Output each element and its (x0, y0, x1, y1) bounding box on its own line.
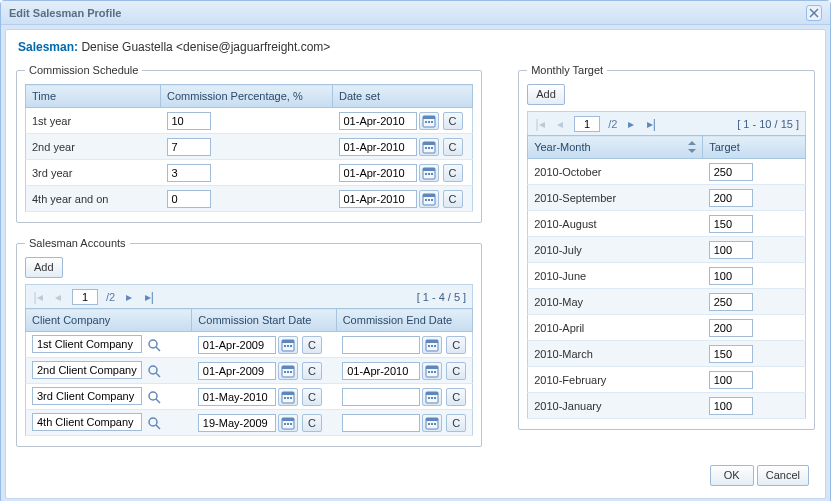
commission-pct-input[interactable] (167, 190, 211, 208)
commission-date-2-clear-button[interactable]: C (443, 164, 463, 182)
target-ym: 2010-June (528, 263, 703, 289)
account-start-3-clear-button[interactable]: C (302, 414, 322, 432)
account-start-3-calendar-icon[interactable] (278, 414, 298, 432)
account-start-2-calendar-icon[interactable] (278, 388, 298, 406)
sort-icon[interactable] (688, 141, 696, 153)
col-end[interactable]: Commission End Date (336, 309, 473, 332)
account-lookup-icon[interactable] (145, 388, 163, 406)
account-start-2-input[interactable] (198, 388, 276, 406)
account-end-1-input[interactable] (342, 362, 420, 380)
commission-date-3-clear-button[interactable]: C (443, 190, 463, 208)
commission-time: 4th year and on (26, 186, 161, 212)
commission-date-3-calendar-icon[interactable] (419, 190, 439, 208)
account-company-input[interactable] (32, 361, 142, 379)
accounts-range: [ 1 - 4 / 5 ] (417, 291, 467, 303)
commission-row: 3rd year C (26, 160, 473, 186)
target-value-input[interactable] (709, 293, 753, 311)
account-end-2-input[interactable] (342, 388, 420, 406)
commission-date-2-input[interactable] (339, 164, 417, 182)
cancel-button[interactable]: Cancel (757, 465, 809, 486)
target-value-input[interactable] (709, 267, 753, 285)
col-pct[interactable]: Commission Percentage, % (161, 85, 333, 108)
target-value-input[interactable] (709, 319, 753, 337)
account-lookup-icon[interactable] (145, 414, 163, 432)
account-start-0-calendar-icon[interactable] (278, 336, 298, 354)
target-ym: 2010-May (528, 289, 703, 315)
targets-page-of: /2 (608, 118, 617, 130)
account-lookup-icon[interactable] (145, 336, 163, 354)
commission-date-0-calendar-icon[interactable] (419, 112, 439, 130)
account-company-input[interactable] (32, 387, 142, 405)
account-company-input[interactable] (32, 335, 142, 353)
target-value-input[interactable] (709, 241, 753, 259)
dialog-window: Edit Salesman Profile Salesman: Denise G… (0, 0, 831, 501)
account-start-1-input[interactable] (198, 362, 276, 380)
targets-next-page[interactable]: ▸ (625, 117, 637, 131)
target-value-input[interactable] (709, 163, 753, 181)
account-start-0-input[interactable] (198, 336, 276, 354)
account-row: C C (26, 410, 473, 436)
accounts-next-page[interactable]: ▸ (123, 290, 135, 304)
targets-add-button[interactable]: Add (527, 84, 565, 105)
account-start-0-clear-button[interactable]: C (302, 336, 322, 354)
target-value-input[interactable] (709, 345, 753, 363)
col-company[interactable]: Client Company (26, 309, 192, 332)
accounts-first-page[interactable]: |◂ (32, 290, 44, 304)
target-ym: 2010-July (528, 237, 703, 263)
window-title: Edit Salesman Profile (9, 7, 121, 19)
ok-button[interactable]: OK (710, 465, 754, 486)
col-start[interactable]: Commission Start Date (192, 309, 336, 332)
account-end-0-clear-button[interactable]: C (446, 336, 466, 354)
account-end-3-input[interactable] (342, 414, 420, 432)
commission-pct-input[interactable] (167, 112, 211, 130)
account-end-0-input[interactable] (342, 336, 420, 354)
commission-date-2-calendar-icon[interactable] (419, 164, 439, 182)
target-row: 2010-October (528, 159, 806, 185)
commission-date-3-input[interactable] (339, 190, 417, 208)
commission-pct-input[interactable] (167, 164, 211, 182)
commission-schedule-legend: Commission Schedule (25, 64, 142, 76)
account-company-input[interactable] (32, 413, 142, 431)
account-end-3-calendar-icon[interactable] (422, 414, 442, 432)
targets-pager: |◂ ◂ /2 ▸ ▸| [ 1 - 10 / 15 ] (527, 111, 806, 135)
col-date[interactable]: Date set (333, 85, 473, 108)
col-ym[interactable]: Year-Month (528, 136, 703, 159)
target-value-input[interactable] (709, 189, 753, 207)
col-target[interactable]: Target (703, 136, 806, 159)
commission-date-1-clear-button[interactable]: C (443, 138, 463, 156)
target-value-input[interactable] (709, 371, 753, 389)
accounts-last-page[interactable]: ▸| (143, 290, 155, 304)
targets-prev-page[interactable]: ◂ (554, 117, 566, 131)
accounts-prev-page[interactable]: ◂ (52, 290, 64, 304)
commission-date-1-input[interactable] (339, 138, 417, 156)
targets-first-page[interactable]: |◂ (534, 117, 546, 131)
account-start-1-calendar-icon[interactable] (278, 362, 298, 380)
accounts-pager: |◂ ◂ /2 ▸ ▸| [ 1 - 4 / 5 ] (25, 284, 473, 308)
accounts-page-input[interactable] (72, 289, 98, 305)
targets-last-page[interactable]: ▸| (645, 117, 657, 131)
account-end-0-calendar-icon[interactable] (422, 336, 442, 354)
account-start-3-input[interactable] (198, 414, 276, 432)
targets-page-input[interactable] (574, 116, 600, 132)
col-time[interactable]: Time (26, 85, 161, 108)
commission-date-0-clear-button[interactable]: C (443, 112, 463, 130)
account-end-1-calendar-icon[interactable] (422, 362, 442, 380)
commission-date-1-calendar-icon[interactable] (419, 138, 439, 156)
commission-time: 2nd year (26, 134, 161, 160)
commission-date-0-input[interactable] (339, 112, 417, 130)
account-end-2-calendar-icon[interactable] (422, 388, 442, 406)
target-value-input[interactable] (709, 215, 753, 233)
account-end-3-clear-button[interactable]: C (446, 414, 466, 432)
targets-range: [ 1 - 10 / 15 ] (737, 118, 799, 130)
account-end-2-clear-button[interactable]: C (446, 388, 466, 406)
target-value-input[interactable] (709, 397, 753, 415)
dialog-body: Salesman: Denise Guastella <denise@jagua… (5, 29, 826, 499)
account-lookup-icon[interactable] (145, 362, 163, 380)
account-row: C C (26, 358, 473, 384)
account-start-1-clear-button[interactable]: C (302, 362, 322, 380)
account-start-2-clear-button[interactable]: C (302, 388, 322, 406)
commission-pct-input[interactable] (167, 138, 211, 156)
close-button[interactable] (806, 5, 822, 21)
accounts-add-button[interactable]: Add (25, 257, 63, 278)
account-end-1-clear-button[interactable]: C (446, 362, 466, 380)
